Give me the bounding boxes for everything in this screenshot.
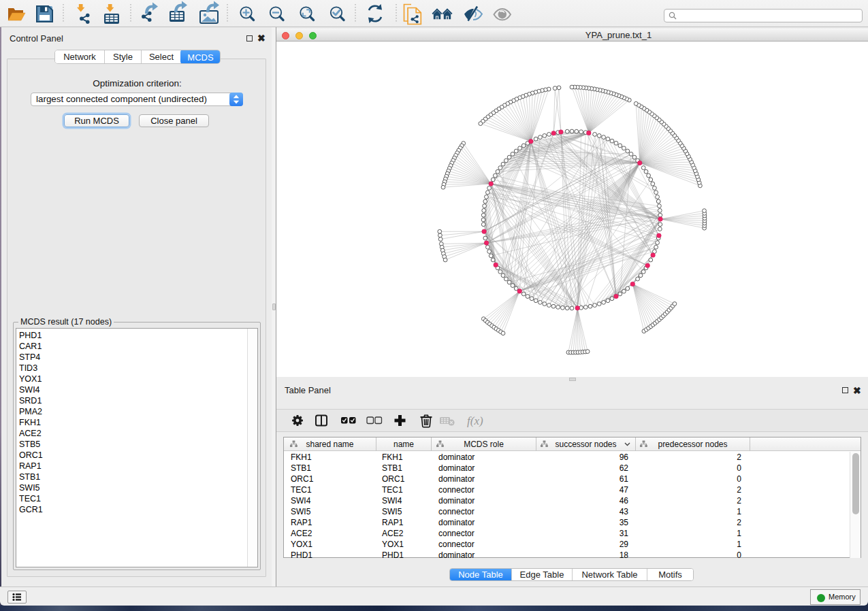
svg-text:f(x): f(x) [467, 414, 483, 427]
